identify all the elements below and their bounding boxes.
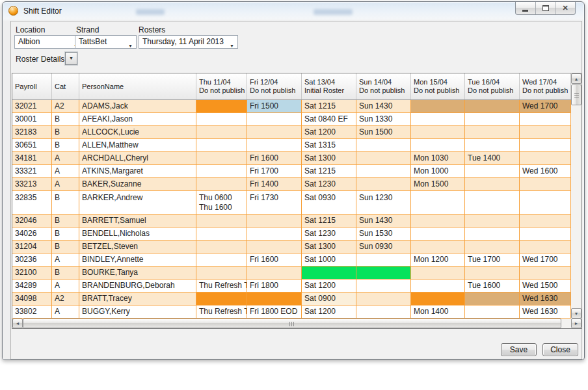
cell-payroll[interactable]: 34026	[12, 228, 52, 240]
cell-shift[interactable]: Sat 1000	[302, 254, 356, 266]
cell-shift[interactable]	[356, 165, 411, 178]
cell-shift[interactable]: Thu 0600Thu 1600	[196, 191, 247, 214]
cell-shift[interactable]: Sun 1430	[356, 100, 411, 113]
cell-shift[interactable]	[356, 292, 411, 306]
cell-shift[interactable]: Sat 1200	[302, 306, 356, 318]
cell-shift[interactable]	[465, 178, 520, 191]
cell-shift[interactable]: Sat 0840 EF	[302, 113, 356, 126]
cell-shift[interactable]	[465, 266, 520, 280]
cell-personname[interactable]: ADAMS,Jack	[79, 100, 196, 113]
column-header-7[interactable]: Mon 15/04Do not publish	[411, 73, 465, 99]
cell-shift[interactable]	[356, 280, 411, 292]
cell-shift[interactable]: Sun 1330	[356, 113, 411, 126]
cell-shift[interactable]: Fri 1400	[247, 178, 302, 191]
cell-shift[interactable]: Thu Refresh TN	[196, 306, 247, 318]
minimize-button[interactable]	[516, 2, 536, 14]
cell-personname[interactable]: BARRETT,Samuel	[79, 214, 196, 228]
cell-shift[interactable]	[411, 126, 465, 139]
cell-payroll[interactable]: 30001	[12, 113, 52, 126]
cell-payroll[interactable]: 32183	[12, 126, 52, 139]
cell-shift[interactable]	[356, 152, 411, 165]
cell-payroll[interactable]: 31204	[12, 240, 52, 254]
cell-personname[interactable]: BINDLEY,Annette	[79, 254, 196, 266]
scroll-right-button[interactable]: ►	[571, 318, 581, 328]
cell-personname[interactable]: ALLEN,Matthew	[79, 139, 196, 152]
cell-shift[interactable]: Thu Refresh TN	[196, 280, 247, 292]
column-header-2[interactable]: PersonName	[79, 73, 196, 99]
vertical-scrollbar-thumb[interactable]	[571, 84, 581, 105]
cell-shift[interactable]	[196, 292, 247, 306]
cell-shift[interactable]	[520, 191, 571, 214]
cell-shift[interactable]	[465, 240, 520, 254]
horizontal-scrollbar[interactable]: ◄ ►	[12, 318, 581, 328]
cell-shift[interactable]	[196, 113, 247, 126]
cell-shift[interactable]	[520, 126, 571, 139]
cell-shift[interactable]	[411, 100, 465, 113]
column-header-6[interactable]: Sun 14/04Do not publish	[356, 73, 411, 99]
scroll-down-button[interactable]: ▼	[571, 308, 581, 318]
cell-shift[interactable]	[465, 214, 520, 228]
cell-personname[interactable]: BRANDENBURG,Deborah	[79, 280, 196, 292]
cell-shift[interactable]	[196, 214, 247, 228]
cell-shift[interactable]: Sat 1200	[302, 280, 356, 292]
cell-shift[interactable]	[356, 139, 411, 152]
cell-shift[interactable]: Sun 1230	[356, 191, 411, 214]
cell-shift[interactable]: Sat 1215	[302, 214, 356, 228]
cell-shift[interactable]	[411, 280, 465, 292]
cell-cat[interactable]: B	[52, 139, 79, 152]
cell-cat[interactable]: B	[52, 191, 79, 214]
cell-shift[interactable]	[465, 306, 520, 318]
cell-shift[interactable]	[465, 113, 520, 126]
cell-payroll[interactable]: 34289	[12, 280, 52, 292]
cell-shift[interactable]	[196, 126, 247, 139]
cell-personname[interactable]: BUGGY,Kerry	[79, 306, 196, 318]
cell-shift[interactable]: Wed 1500	[520, 280, 571, 292]
cell-shift[interactable]	[196, 178, 247, 191]
cell-shift[interactable]: Sun 0930	[356, 240, 411, 254]
cell-shift[interactable]	[465, 126, 520, 139]
cell-shift[interactable]	[411, 214, 465, 228]
cell-shift[interactable]	[196, 254, 247, 266]
cell-payroll[interactable]: 33321	[12, 165, 52, 178]
cell-shift[interactable]	[411, 113, 465, 126]
cell-shift[interactable]	[196, 139, 247, 152]
cell-cat[interactable]: A	[52, 306, 79, 318]
cell-shift[interactable]: Sun 1430	[356, 214, 411, 228]
cell-shift[interactable]	[465, 139, 520, 152]
cell-personname[interactable]: BETZEL,Steven	[79, 240, 196, 254]
cell-payroll[interactable]: 33802	[12, 306, 52, 318]
cell-shift[interactable]: Fri 1800	[247, 280, 302, 292]
cell-shift[interactable]: Sat 1315	[302, 139, 356, 152]
cell-shift[interactable]	[247, 266, 302, 280]
cell-shift[interactable]: Fri 1600	[247, 152, 302, 165]
cell-shift[interactable]: Wed 1700	[520, 254, 571, 266]
cell-shift[interactable]: Sat 1200	[302, 126, 356, 139]
cell-personname[interactable]: BOURKE,Tanya	[79, 266, 196, 280]
cell-payroll[interactable]: 32100	[12, 266, 52, 280]
cell-shift[interactable]: Mon 1000	[411, 165, 465, 178]
location-select[interactable]: Albion ▼	[14, 35, 82, 49]
cell-shift[interactable]: Tue 1600	[465, 280, 520, 292]
cell-shift[interactable]: Mon 1400	[411, 306, 465, 318]
cell-shift[interactable]	[411, 292, 465, 306]
cell-shift[interactable]	[411, 139, 465, 152]
cell-shift[interactable]	[356, 306, 411, 318]
cell-shift[interactable]	[520, 139, 571, 152]
cell-shift[interactable]: Wed 1630	[520, 306, 571, 318]
cell-shift[interactable]: Mon 1500	[411, 178, 465, 191]
cell-shift[interactable]: Fri 1800 EOD	[247, 306, 302, 318]
cell-cat[interactable]: A	[52, 165, 79, 178]
cell-shift[interactable]	[411, 240, 465, 254]
cell-cat[interactable]: B	[52, 266, 79, 280]
cell-shift[interactable]: Sat 1215	[302, 165, 356, 178]
cell-payroll[interactable]: 32046	[12, 214, 52, 228]
cell-cat[interactable]: A	[52, 280, 79, 292]
cell-cat[interactable]: A	[52, 178, 79, 191]
cell-shift[interactable]: Sat 1215	[302, 100, 356, 113]
cell-payroll[interactable]: 34181	[12, 152, 52, 165]
cell-shift[interactable]: Mon 1200	[411, 254, 465, 266]
cell-payroll[interactable]: 30236	[12, 254, 52, 266]
cell-shift[interactable]: Sat 1230	[302, 228, 356, 240]
cell-shift[interactable]	[196, 100, 247, 113]
cell-shift[interactable]	[411, 266, 465, 280]
